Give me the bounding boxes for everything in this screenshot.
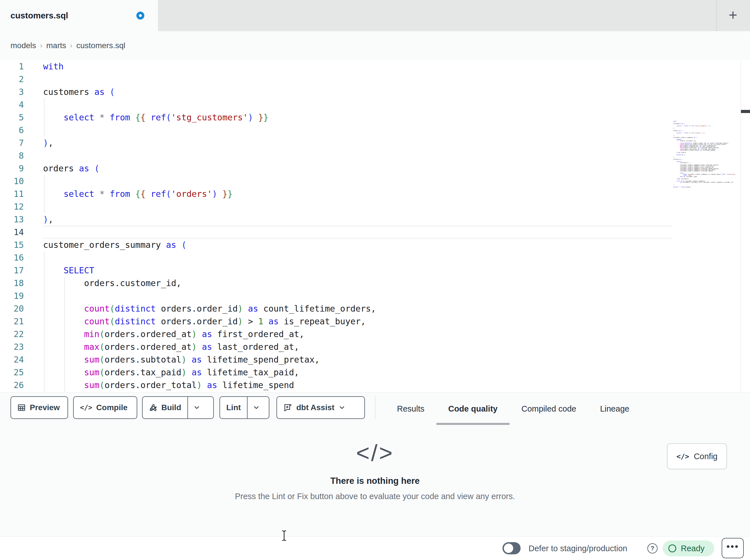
- indent-guide: [44, 277, 44, 290]
- code-line[interactable]: 14: [0, 226, 750, 238]
- tabstrip-divider: [716, 0, 717, 31]
- build-dropdown-button[interactable]: [188, 397, 205, 418]
- more-options-button[interactable]: •••: [722, 538, 744, 558]
- empty-state: </> There is nothing here Press the Lint…: [0, 425, 750, 501]
- code-quality-panel: </> There is nothing here Press the Lint…: [0, 425, 750, 536]
- chevron-down-icon: [338, 404, 346, 411]
- lint-button-label: Lint: [226, 403, 241, 412]
- line-number: 22: [0, 328, 43, 340]
- build-button-label: Build: [161, 403, 181, 412]
- status-circle-icon: [668, 544, 676, 552]
- code-line[interactable]: 10: [0, 175, 750, 188]
- code-line[interactable]: 19: [0, 290, 750, 302]
- build-button[interactable]: Build: [143, 397, 188, 418]
- indent-guide: [44, 111, 44, 124]
- editor-minimap[interactable]: with customers as ( select * from {{ ref…: [673, 121, 740, 211]
- line-number: 16: [0, 251, 43, 264]
- breadcrumb-separator: ›: [66, 42, 76, 49]
- table-grid-icon: [17, 403, 26, 412]
- code-line[interactable]: 5 select * from {{ ref('stg_customers') …: [0, 111, 750, 124]
- line-number: 7: [0, 137, 43, 149]
- breadcrumb-item[interactable]: marts: [46, 41, 66, 50]
- indent-guide: [64, 290, 65, 302]
- results-tab-compiled-code[interactable]: Compiled code: [510, 393, 588, 425]
- toolbar-tabs-divider: [375, 396, 375, 419]
- wrench-icon: [149, 403, 157, 412]
- new-tab-button[interactable]: +: [722, 0, 744, 31]
- code-line[interactable]: 15customer_orders_summary as (: [0, 238, 750, 251]
- line-number: 15: [0, 238, 43, 251]
- empty-state-subtitle: Press the Lint or Fix button above to ev…: [235, 492, 515, 501]
- line-number: 13: [0, 213, 43, 226]
- code-line[interactable]: 24 sum(orders.subtotal) as lifetime_spen…: [0, 353, 750, 366]
- indent-guide: [44, 379, 44, 392]
- code-line[interactable]: 20 count(distinct orders.order_id) as co…: [0, 302, 750, 315]
- assist-chat-icon: [283, 403, 292, 412]
- code-line[interactable]: 6: [0, 124, 750, 137]
- code-line[interactable]: 4: [0, 98, 750, 111]
- breadcrumb-separator: ›: [36, 42, 46, 49]
- defer-toggle[interactable]: [502, 542, 520, 554]
- code-line[interactable]: 3customers as (: [0, 86, 750, 98]
- unsaved-changes-dot-icon: [136, 12, 144, 20]
- code-line[interactable]: 17 SELECT: [0, 264, 750, 277]
- line-number: 23: [0, 340, 43, 353]
- indent-guide: [64, 302, 65, 315]
- line-number: 9: [0, 162, 43, 175]
- help-icon[interactable]: ?: [647, 543, 657, 554]
- code-line[interactable]: 8: [0, 149, 750, 162]
- lint-dropdown-button[interactable]: [248, 397, 265, 418]
- lint-button-group: Lint: [219, 396, 269, 419]
- breadcrumb-item[interactable]: customers.sql: [76, 41, 125, 50]
- code-line[interactable]: 13),: [0, 213, 750, 226]
- code-line[interactable]: 2: [0, 73, 750, 86]
- code-line[interactable]: 12: [0, 200, 750, 213]
- line-number: 14: [0, 226, 43, 238]
- code-line[interactable]: 16: [0, 251, 750, 264]
- code-line[interactable]: 1with: [0, 60, 750, 73]
- dbt-ide-window: customers.sql + models›marts›customers.s…: [0, 0, 750, 560]
- results-tab-code-quality[interactable]: Code quality: [436, 393, 510, 425]
- code-line[interactable]: 23 max(orders.ordered_at) as last_ordere…: [0, 340, 750, 353]
- code-line[interactable]: 9orders as (: [0, 162, 750, 175]
- config-button-label: Config: [694, 452, 718, 461]
- code-line[interactable]: 7),: [0, 137, 750, 149]
- preview-button[interactable]: Preview: [11, 396, 68, 419]
- defer-label: Defer to staging/production: [529, 537, 627, 560]
- results-tab-bar: ResultsCode qualityCompiled codeLineage: [385, 393, 641, 425]
- code-line[interactable]: 22 min(orders.ordered_at) as first_order…: [0, 328, 750, 340]
- dbt-assist-button[interactable]: dbt Assist: [276, 396, 365, 419]
- line-number: 21: [0, 315, 43, 328]
- code-line[interactable]: 25 sum(orders.tax_paid) as lifetime_tax_…: [0, 366, 750, 379]
- text-cursor-pointer: [281, 530, 288, 541]
- indent-guide: [64, 340, 65, 353]
- indent-guide: [64, 315, 65, 328]
- indent-guide: [44, 200, 44, 213]
- code-line[interactable]: 18 orders.customer_id,: [0, 277, 750, 290]
- code-brackets-icon: </>: [80, 403, 92, 412]
- breadcrumb-item[interactable]: models: [11, 41, 36, 50]
- indent-guide: [64, 277, 65, 290]
- compile-button[interactable]: </> Compile: [73, 396, 137, 419]
- scrollbar-thumb[interactable]: [741, 110, 750, 113]
- config-button[interactable]: </> Config: [667, 443, 727, 469]
- code-line[interactable]: 26 sum(orders.order_total) as lifetime_s…: [0, 379, 750, 392]
- results-tab-results[interactable]: Results: [385, 393, 436, 425]
- indent-guide: [64, 328, 65, 340]
- results-tab-lineage[interactable]: Lineage: [588, 393, 641, 425]
- indent-guide: [44, 340, 44, 353]
- file-tab-customers-sql[interactable]: customers.sql: [0, 0, 158, 31]
- toggle-knob: [504, 544, 513, 553]
- line-number: 8: [0, 149, 43, 162]
- line-number: 11: [0, 188, 43, 200]
- preview-button-label: Preview: [30, 403, 60, 412]
- status-badge: Ready: [663, 540, 714, 556]
- code-line[interactable]: 21 count(distinct orders.order_id) > 1 a…: [0, 315, 750, 328]
- line-number: 2: [0, 73, 43, 86]
- code-editor[interactable]: 1with23customers as (45 select * from {{…: [0, 60, 750, 392]
- status-badge-label: Ready: [681, 544, 705, 553]
- minimap-line: on customers.customer_id = customer_orde…: [673, 182, 740, 183]
- indent-guide: [44, 124, 44, 137]
- code-line[interactable]: 11 select * from {{ ref('orders') }}: [0, 188, 750, 200]
- lint-button[interactable]: Lint: [220, 397, 247, 418]
